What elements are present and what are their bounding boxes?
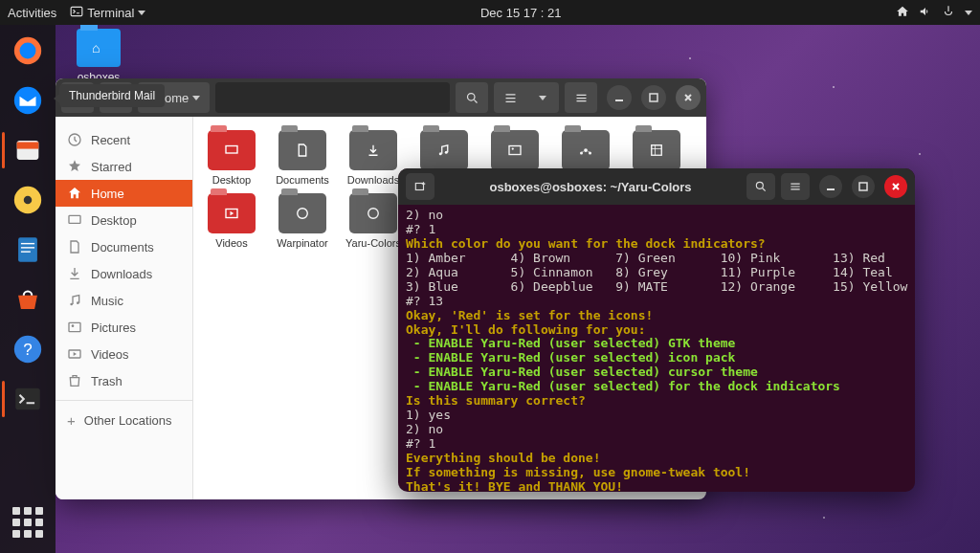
svg-rect-10 bbox=[21, 247, 34, 248]
sidebar-item-label: Recent bbox=[91, 133, 130, 147]
svg-point-15 bbox=[467, 93, 475, 100]
activities-button[interactable]: Activities bbox=[8, 6, 56, 20]
maximize-icon bbox=[858, 182, 868, 191]
close-icon bbox=[683, 93, 693, 102]
grid-item[interactable]: Videos bbox=[197, 193, 266, 249]
sidebar-item-documents[interactable]: Documents bbox=[56, 233, 192, 260]
clock[interactable]: Dec 15 17 : 21 bbox=[480, 6, 562, 20]
minimize-icon bbox=[826, 182, 835, 191]
svg-text:?: ? bbox=[23, 341, 32, 359]
hamburger-icon bbox=[574, 91, 589, 105]
chevron-down-icon bbox=[965, 11, 972, 15]
dock-terminal[interactable] bbox=[6, 377, 50, 421]
pathbar-area[interactable] bbox=[215, 82, 450, 113]
close-button[interactable] bbox=[676, 85, 701, 110]
maximize-button[interactable] bbox=[852, 175, 875, 198]
dock-tooltip: Thunderbird Mail bbox=[59, 84, 165, 107]
svg-point-26 bbox=[445, 151, 448, 154]
home-icon: ⌂ bbox=[92, 40, 100, 55]
files-sidebar: Recent Starred Home Desktop Documents Do… bbox=[56, 117, 193, 499]
dock-software[interactable] bbox=[6, 277, 50, 321]
terminal-body[interactable]: 2) no#? 1Which color do you want for the… bbox=[398, 205, 915, 492]
maximize-button[interactable] bbox=[641, 85, 666, 110]
sidebar-item-pictures[interactable]: Pictures bbox=[56, 314, 192, 341]
sidebar-item-other-locations[interactable]: +Other Locations bbox=[56, 407, 192, 434]
new-tab-button[interactable] bbox=[406, 173, 434, 200]
folder-icon bbox=[633, 130, 680, 170]
new-tab-icon bbox=[413, 180, 427, 193]
svg-point-3 bbox=[14, 87, 41, 114]
path-label: ome bbox=[165, 91, 189, 105]
grid-item-label: Warpinator bbox=[268, 237, 337, 249]
sidebar-item-label: Starred bbox=[91, 160, 132, 174]
dock-thunderbird[interactable] bbox=[6, 78, 50, 122]
svg-point-28 bbox=[512, 147, 514, 149]
svg-point-19 bbox=[70, 303, 73, 306]
chevron-down-icon bbox=[138, 11, 145, 15]
app-menu-label: Terminal bbox=[87, 6, 134, 20]
sidebar-item-starred[interactable]: Starred bbox=[56, 153, 192, 180]
topbar: Activities Terminal Dec 15 17 : 21 bbox=[0, 0, 980, 25]
view-list-button[interactable] bbox=[494, 82, 526, 113]
sidebar-item-recent[interactable]: Recent bbox=[56, 126, 192, 153]
svg-rect-18 bbox=[69, 215, 80, 223]
desktop-icon bbox=[67, 212, 82, 228]
folder-icon bbox=[349, 130, 397, 170]
sidebar-item-label: Home bbox=[91, 187, 124, 201]
sidebar-item-downloads[interactable]: Downloads bbox=[56, 260, 192, 287]
svg-point-22 bbox=[72, 324, 75, 327]
grid-item[interactable]: Warpinator bbox=[268, 193, 337, 249]
sidebar-item-desktop[interactable]: Desktop bbox=[56, 207, 192, 233]
terminal-title: osboxes@osboxes: ~/Yaru-Colors bbox=[440, 180, 741, 194]
dock-libreoffice-writer[interactable] bbox=[6, 228, 50, 272]
maximize-icon bbox=[649, 93, 658, 102]
grid-item-label: Documents bbox=[268, 174, 337, 186]
dock-rhythmbox[interactable] bbox=[6, 178, 50, 222]
svg-point-34 bbox=[298, 209, 308, 219]
svg-point-7 bbox=[24, 196, 33, 205]
dock-files[interactable] bbox=[6, 128, 50, 172]
minimize-button[interactable] bbox=[607, 85, 632, 110]
chevron-down-icon bbox=[192, 96, 200, 100]
sidebar-item-label: Trash bbox=[91, 374, 122, 388]
sidebar-item-label: Music bbox=[91, 294, 123, 308]
picture-icon bbox=[67, 320, 82, 335]
list-icon bbox=[503, 91, 518, 105]
grid-item[interactable]: Documents bbox=[268, 130, 337, 186]
show-apps-button[interactable] bbox=[11, 505, 45, 540]
sidebar-item-music[interactable]: Music bbox=[56, 287, 192, 314]
folder-icon bbox=[491, 130, 539, 170]
sidebar-item-trash[interactable]: Trash bbox=[56, 367, 192, 394]
grid-item[interactable]: Desktop bbox=[197, 130, 266, 186]
svg-rect-0 bbox=[71, 7, 82, 15]
status-area[interactable] bbox=[896, 5, 972, 21]
desktop-home-folder[interactable]: ⌂ osboxes bbox=[77, 29, 121, 84]
app-menu[interactable]: Terminal bbox=[70, 5, 145, 21]
svg-rect-16 bbox=[650, 94, 657, 101]
chevron-down-icon bbox=[539, 96, 546, 100]
search-icon bbox=[465, 91, 479, 105]
star-icon bbox=[67, 159, 82, 174]
search-button[interactable] bbox=[456, 82, 488, 113]
dock-firefox[interactable] bbox=[6, 29, 50, 73]
sidebar-item-videos[interactable]: Videos bbox=[56, 341, 192, 367]
svg-point-2 bbox=[20, 43, 36, 59]
terminal-window: osboxes@osboxes: ~/Yaru-Colors 2) no#? 1… bbox=[398, 168, 915, 492]
sidebar-item-label: Desktop bbox=[91, 213, 137, 228]
svg-rect-27 bbox=[509, 146, 521, 155]
home-icon bbox=[67, 186, 82, 201]
dock-help[interactable]: ? bbox=[6, 327, 50, 371]
terminal-search-button[interactable] bbox=[746, 173, 775, 200]
close-button[interactable] bbox=[884, 175, 907, 198]
power-icon bbox=[942, 5, 955, 21]
sidebar-item-home[interactable]: Home bbox=[56, 180, 192, 207]
view-dropdown-button[interactable] bbox=[526, 82, 559, 113]
plus-icon: + bbox=[67, 412, 76, 429]
terminal-hamburger-button[interactable] bbox=[781, 173, 810, 200]
hamburger-icon bbox=[789, 180, 802, 193]
svg-rect-8 bbox=[18, 237, 37, 262]
minimize-button[interactable] bbox=[819, 175, 842, 198]
volume-icon bbox=[919, 5, 932, 21]
folder-icon bbox=[349, 193, 397, 233]
hamburger-button[interactable] bbox=[565, 82, 597, 113]
